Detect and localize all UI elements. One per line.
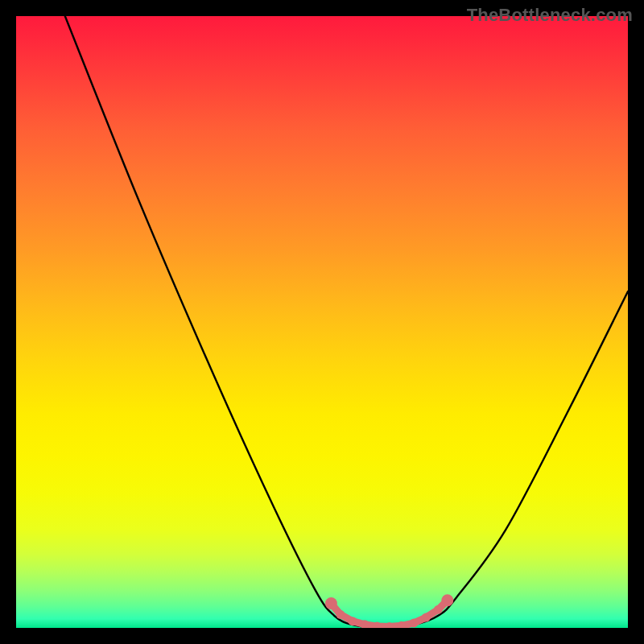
optimal-zone-marker bbox=[410, 618, 419, 627]
optimal-zone-marker bbox=[422, 613, 431, 622]
optimal-zone-marker bbox=[441, 594, 453, 606]
optimal-zone-marker bbox=[349, 617, 357, 625]
optimal-zone-markers bbox=[325, 594, 453, 628]
optimal-zone-marker bbox=[336, 610, 345, 619]
marker-layer bbox=[16, 16, 628, 628]
watermark-text: TheBottleneck.com bbox=[467, 5, 633, 26]
optimal-zone-marker bbox=[325, 597, 337, 609]
bottleneck-chart: TheBottleneck.com bbox=[0, 0, 644, 644]
optimal-zone-marker bbox=[434, 605, 443, 614]
plot-area bbox=[16, 16, 628, 628]
